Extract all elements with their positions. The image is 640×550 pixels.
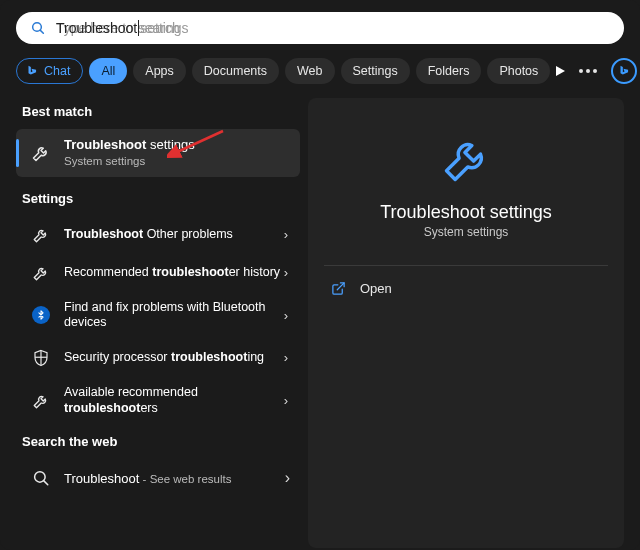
open-label: Open	[360, 281, 392, 296]
filter-documents[interactable]: Documents	[192, 58, 279, 84]
search-input[interactable]	[56, 20, 610, 36]
best-match-subtitle: System settings	[64, 154, 290, 168]
chevron-right-icon: ›	[282, 227, 290, 242]
bing-chat-icon	[25, 64, 39, 78]
search-icon	[30, 20, 46, 36]
chevron-right-icon: ›	[282, 350, 290, 365]
search-bar[interactable]	[16, 12, 624, 44]
search-panel: Troubleshoot settings Chat All Apps Docu…	[0, 0, 640, 550]
bing-icon[interactable]	[611, 58, 637, 84]
chevron-right-icon: ›	[282, 393, 290, 408]
web-result[interactable]: Troubleshoot - See web results ›	[16, 459, 300, 497]
section-search-web: Search the web	[22, 434, 300, 449]
results-column: Best match Troubleshoot settings System …	[0, 98, 300, 548]
wrench-icon	[30, 142, 52, 164]
chevron-right-icon: ›	[282, 308, 290, 323]
settings-result-other-problems[interactable]: Troubleshoot Other problems ›	[16, 216, 300, 254]
preview-subtitle: System settings	[424, 225, 509, 239]
search-icon	[30, 467, 52, 489]
best-match-result[interactable]: Troubleshoot settings System settings	[16, 129, 300, 177]
settings-results-list: Troubleshoot Other problems › Recommende…	[16, 216, 300, 425]
svg-line-4	[337, 282, 344, 289]
filter-chat[interactable]: Chat	[16, 58, 83, 84]
preview-pane: Troubleshoot settings System settings Op…	[308, 98, 624, 548]
filter-row: Chat All Apps Documents Web Settings Fol…	[16, 56, 624, 86]
chevron-right-icon: ›	[285, 469, 290, 487]
section-best-match: Best match	[22, 104, 300, 119]
chevron-right-icon: ›	[282, 265, 290, 280]
best-match-title: Troubleshoot settings	[64, 137, 290, 153]
play-icon[interactable]	[556, 66, 565, 76]
settings-result-available[interactable]: Available recommended troubleshooters ›	[16, 377, 300, 424]
settings-result-history[interactable]: Recommended troubleshooter history ›	[16, 254, 300, 292]
filter-settings[interactable]: Settings	[341, 58, 410, 84]
settings-result-security-processor[interactable]: Security processor troubleshooting ›	[16, 339, 300, 377]
filter-folders[interactable]: Folders	[416, 58, 482, 84]
filter-photos[interactable]: Photos	[487, 58, 550, 84]
filter-all[interactable]: All	[89, 58, 127, 84]
open-action[interactable]: Open	[308, 266, 624, 310]
wrench-icon	[30, 224, 52, 246]
open-external-icon	[330, 280, 346, 296]
settings-result-bluetooth[interactable]: Find and fix problems with Bluetooth dev…	[16, 292, 300, 339]
section-settings: Settings	[22, 191, 300, 206]
filter-chat-label: Chat	[44, 64, 70, 78]
svg-line-1	[40, 30, 43, 33]
more-icon[interactable]	[579, 69, 597, 73]
wrench-icon	[30, 390, 52, 412]
svg-line-3	[44, 481, 48, 485]
bluetooth-icon	[30, 304, 52, 326]
wrench-icon	[30, 262, 52, 284]
filter-apps[interactable]: Apps	[133, 58, 186, 84]
shield-icon	[30, 347, 52, 369]
wrench-icon	[438, 132, 494, 188]
filter-web[interactable]: Web	[285, 58, 334, 84]
preview-title: Troubleshoot settings	[380, 202, 551, 223]
